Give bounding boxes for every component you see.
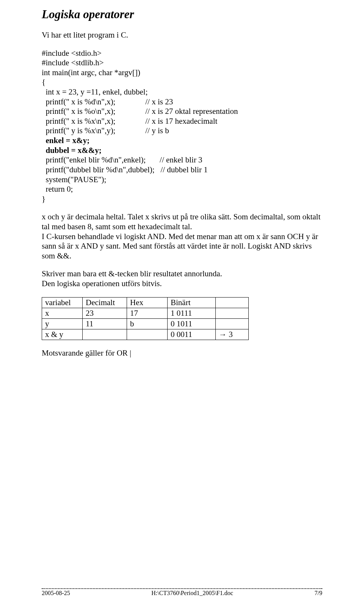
code-block: #include <stdio.h> #include <stdlib.h> i…: [42, 49, 322, 204]
code-comment: // x is 17 hexadecimalt: [145, 117, 217, 126]
table-cell: → 3: [216, 329, 249, 340]
body-paragraph: I C-kursen behandlade vi logiskt AND. Me…: [42, 232, 322, 261]
code-comment: // dubbel blir 1: [160, 165, 207, 174]
code-line: }: [42, 194, 322, 204]
code-comment: // x is 23: [145, 97, 173, 106]
table-header: [216, 297, 249, 308]
code-line: return 0;: [42, 184, 322, 194]
table-header: Binärt: [168, 297, 216, 308]
footer-pagenum: 7/9: [315, 590, 322, 597]
code-line: printf(" x is %d\n",x); // x is 23: [42, 97, 322, 107]
code-line: printf(" x is %o\n",x); // x is 27 oktal…: [42, 107, 322, 117]
code-line: printf("enkel blir %d\n",enkel); // enke…: [42, 155, 322, 165]
table-cell: 1 0111: [168, 308, 216, 318]
code-line: printf(" y is %x\n",y); // y is b: [42, 126, 322, 136]
bitwise-table: variabel Decimalt Hex Binärt x 23 17 1 0…: [42, 297, 249, 340]
document-page: Logiska operatorer Vi har ett litet prog…: [0, 0, 364, 611]
table-row: x 23 17 1 0111: [42, 308, 249, 318]
code-comment: // enkel blir 3: [160, 155, 202, 164]
code-stmt: printf(" y is %x\n",y);: [42, 126, 115, 135]
code-line: int main(int argc, char *argv[]): [42, 68, 322, 78]
code-line: system("PAUSE");: [42, 175, 322, 185]
table-cell: x: [42, 308, 83, 318]
table-header-row: variabel Decimalt Hex Binärt: [42, 297, 249, 308]
intro-paragraph: Vi har ett litet program i C.: [42, 30, 322, 40]
table-cell: 17: [127, 308, 168, 318]
table-cell: 0 1011: [168, 318, 216, 329]
code-stmt: printf("dubbel blir %d\n",dubbel);: [42, 165, 155, 174]
table-cell: b: [127, 318, 168, 329]
table-cell: y: [42, 318, 83, 329]
code-stmt: printf(" x is %x\n",x);: [42, 117, 115, 126]
code-comment: // y is b: [145, 126, 169, 135]
table-cell: [216, 308, 249, 318]
code-line: {: [42, 77, 322, 87]
body-paragraph: Den logiska operationen utförs bitvis.: [42, 279, 322, 289]
code-comment: // x is 27 oktal representation: [145, 107, 238, 116]
code-line: printf(" x is %x\n",x); // x is 17 hexad…: [42, 117, 322, 126]
code-stmt: printf(" x is %o\n",x);: [42, 107, 115, 116]
code-line: #include <stdlib.h>: [42, 58, 322, 68]
body-paragraph: Skriver man bara ett &-tecken blir resul…: [42, 269, 322, 279]
body-paragraph: x och y är decimala heltal. Talet x skri…: [42, 212, 322, 231]
table-cell: [216, 318, 249, 329]
footer-divider: [42, 588, 322, 589]
closing-paragraph: Motsvarande gäller för OR |: [42, 348, 322, 358]
table-cell: [127, 329, 168, 340]
code-line: printf("dubbel blir %d\n",dubbel); // du…: [42, 165, 322, 175]
footer-date: 2005-08-25: [42, 590, 70, 597]
code-line: dubbel = x&&y;: [42, 146, 322, 156]
footer-row: 2005-08-25 H:\CT3760\Period1_2005\F1.doc…: [42, 590, 322, 597]
table-cell: 11: [83, 318, 127, 329]
table-header: Decimalt: [83, 297, 127, 308]
code-stmt: printf("enkel blir %d\n",enkel);: [42, 155, 146, 164]
table-row: x & y 0 0011 → 3: [42, 329, 249, 340]
code-line: #include <stdio.h>: [42, 49, 322, 58]
table-cell: [83, 329, 127, 340]
footer-filepath: H:\CT3760\Period1_2005\F1.doc: [151, 590, 233, 597]
code-line: enkel = x&y;: [42, 136, 322, 146]
table-cell: 0 0011: [168, 329, 216, 340]
table-header: variabel: [42, 297, 83, 308]
page-title: Logiska operatorer: [42, 8, 322, 21]
table-header: Hex: [127, 297, 168, 308]
table-cell: x & y: [42, 329, 83, 340]
code-stmt: printf(" x is %d\n",x);: [42, 97, 115, 106]
table-row: y 11 b 0 1011: [42, 318, 249, 329]
page-footer: 2005-08-25 H:\CT3760\Period1_2005\F1.doc…: [42, 588, 322, 597]
table-cell: 23: [83, 308, 127, 318]
code-line: int x = 23, y =11, enkel, dubbel;: [42, 87, 322, 97]
